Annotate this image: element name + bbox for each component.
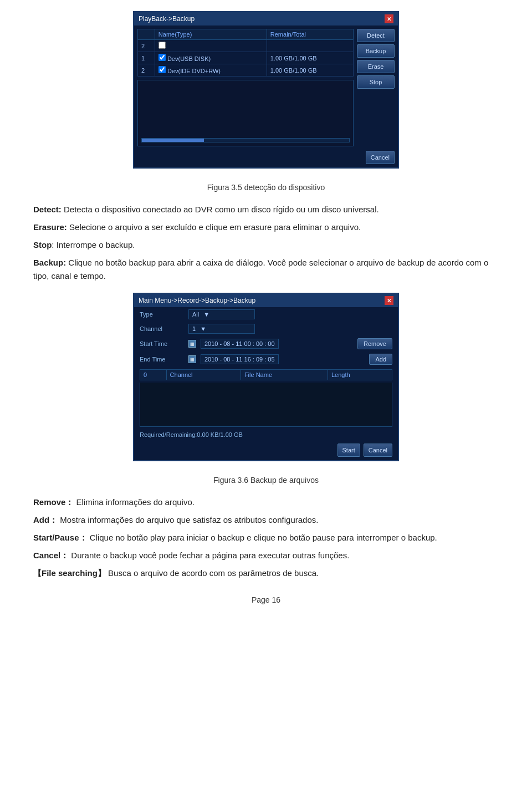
dialog1-title: PlayBack->Backup [139,15,195,23]
file-col-name: File Name [241,370,328,380]
dialog2-title: Main Menu->Record->Backup->Backup [139,297,255,304]
erase-button[interactable]: Erase [357,60,395,73]
dialog2-titlebar: Main Menu->Record->Backup->Backup ✕ [134,294,398,307]
backup-text: Clique no botão backup para abrir a caix… [33,258,488,281]
row-num: 2 [138,64,155,77]
cancel-text: Durante o backup você pode fechar a pági… [69,551,349,560]
add-text: Mostra informações do arquivo que satisf… [58,515,318,524]
end-time-row: End Time ▦ 2010 - 08 - 11 16 : 09 : 05 A… [134,351,398,367]
dialog1-table-area: Name(Type) Remain/Total 2 1 Dev(USB DI [137,29,354,146]
detect-text: Detecta o dispositivo conectado ao DVR c… [62,205,379,214]
row-name: Dev(USB DISK) [155,52,267,64]
erasure-text: Selecione o arquivo a ser excluído e cli… [67,222,361,232]
end-time-calendar-icon[interactable]: ▦ [188,355,196,363]
table-row: 2 [138,40,354,52]
dialog1-titlebar: PlayBack->Backup ✕ [134,12,398,26]
end-time-label: End Time [140,356,184,363]
start-time-calendar-icon[interactable]: ▦ [188,340,196,348]
para-remove: Remove： Elimina informações do arquivo. [33,496,499,509]
dialog1-button-panel: Detect Backup Erase Stop [357,29,395,146]
progress-bar-container [141,138,350,142]
detect-label: Detect: [33,205,62,214]
row-remain: 1.00 GB/1.00 GB [267,64,353,77]
file-table: 0 Channel File Name Length [140,369,392,380]
content-area [137,80,354,146]
para-startpause: Start/Pause： Clique no botão play para i… [33,531,499,544]
row-remain [267,40,353,52]
stop-label: Stop [33,240,52,249]
dropdown-icon[interactable]: ▼ [200,325,206,332]
figure1-caption: Figura 3.5 detecção do dispositivo [207,183,325,192]
dialog2-cancel-button[interactable]: Cancel [364,444,392,457]
start-time-label: Start Time [140,340,184,347]
para-stop: Stop: Interrompe o backup. [33,238,499,252]
file-table-body [140,383,392,427]
para-add: Add： Mostra informações do arquivo que s… [33,513,499,527]
row-checkbox[interactable] [158,54,166,61]
dialog1-bottom: Cancel [134,150,398,167]
stop-text: : Interrompe o backup. [52,240,135,249]
file-col-channel: Channel [166,370,241,380]
dropdown-icon[interactable]: ▼ [203,311,209,318]
dialog2-bottom: Start Cancel [134,440,398,460]
stop-button[interactable]: Stop [357,75,395,89]
type-label: Type [140,311,184,318]
add-label: Add： [33,515,58,524]
end-time-field[interactable]: 2010 - 08 - 11 16 : 09 : 05 [201,354,279,364]
row-name: Dev(IDE DVD+RW) [155,64,267,77]
backup-label: Backup: [33,258,66,267]
para-erasure: Erasure: Selecione o arquivo a ser exclu… [33,221,499,234]
cancel-label: Cancel： [33,551,69,560]
table-row: 2 Dev(IDE DVD+RW) 1.00 GB/1.00 GB [138,64,354,77]
figure1-container: PlayBack->Backup ✕ Name(Type) Remain/Tot… [33,11,499,169]
col-num [138,29,155,40]
para-filesearching: 【File searching】 Busca o arquivo de acor… [33,567,499,580]
row-num: 1 [138,52,155,64]
file-col-length: Length [328,370,392,380]
cancel-button[interactable]: Cancel [366,151,395,164]
col-remain: Remain/Total [267,29,353,40]
status-bar: Required/Remaining:0.00 KB/1.00 GB [134,429,398,440]
add-button[interactable]: Add [369,354,392,365]
channel-field: 1 ▼ [188,324,255,334]
row-checkbox[interactable] [158,66,166,73]
para-backup: Backup: Clique no botão backup para abri… [33,256,499,283]
start-time-row: Start Time ▦ 2010 - 08 - 11 00 : 00 : 00… [134,336,398,351]
page-number: Page 16 [252,595,280,604]
playback-backup-dialog: PlayBack->Backup ✕ Name(Type) Remain/Tot… [133,11,399,169]
type-field: All ▼ [188,309,255,319]
file-col-0: 0 [140,370,167,380]
channel-label: Channel [140,325,184,332]
col-name: Name(Type) [155,29,267,40]
type-row: Type All ▼ [134,307,398,322]
dialog1-close-button[interactable]: ✕ [385,14,393,23]
remove-label: Remove： [33,497,74,507]
start-time-field[interactable]: 2010 - 08 - 11 00 : 00 : 00 [201,339,279,349]
start-button[interactable]: Start [337,444,360,457]
startpause-label: Start/Pause： [33,533,88,542]
table-row: 1 Dev(USB DISK) 1.00 GB/1.00 GB [138,52,354,64]
row-remain: 1.00 GB/1.00 GB [267,52,353,64]
dialog1-body: Name(Type) Remain/Total 2 1 Dev(USB DI [134,26,398,150]
row-name [155,40,267,52]
remove-button[interactable]: Remove [357,338,392,349]
startpause-text: Clique no botão play para iniciar o back… [88,533,437,542]
channel-value: 1 [192,325,196,332]
progress-bar-fill [142,139,204,142]
dialog2-close-button[interactable]: ✕ [385,296,393,305]
backup-button[interactable]: Backup [357,44,395,58]
remove-text: Elimina informações do arquivo. [74,497,195,507]
filesearching-text: Busca o arquivo de acordo com os parâmet… [106,568,319,578]
backup-dialog: Main Menu->Record->Backup->Backup ✕ Type… [133,293,399,461]
erasure-label: Erasure: [33,222,67,232]
figure2-caption: Figura 3.6 Backup de arquivos [213,476,319,485]
detect-button[interactable]: Detect [357,29,395,42]
type-value: All [192,311,199,318]
figure2-container: Main Menu->Record->Backup->Backup ✕ Type… [33,293,499,461]
row-num: 2 [138,40,155,52]
filesearching-label: 【File searching】 [33,568,106,578]
para-cancel: Cancel： Durante o backup você pode fecha… [33,549,499,562]
row-checkbox[interactable] [158,42,166,49]
device-table: Name(Type) Remain/Total 2 1 Dev(USB DI [137,29,354,77]
channel-row: Channel 1 ▼ [134,322,398,336]
